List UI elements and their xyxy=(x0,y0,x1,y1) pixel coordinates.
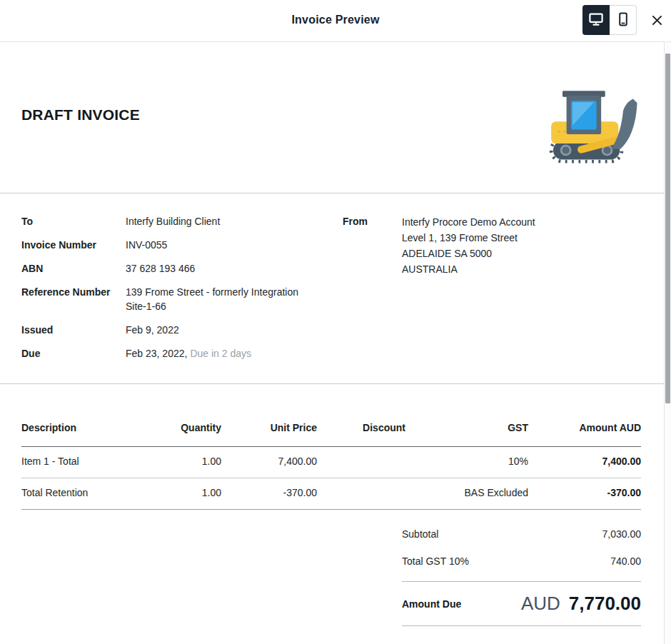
cell-discount xyxy=(317,447,405,478)
cell-amount: -370.00 xyxy=(528,478,641,510)
smartphone-icon xyxy=(618,12,628,29)
cell-unit-price: -370.00 xyxy=(221,478,317,510)
total-gst-label: Total GST 10% xyxy=(402,554,469,568)
desktop-view-button[interactable] xyxy=(582,5,610,35)
detail-row-invoice-number: Invoice Number INV-0055 xyxy=(21,238,328,252)
total-gst-value: 740.00 xyxy=(610,554,641,568)
column-header-amount: Amount AUD xyxy=(528,384,641,447)
view-mode-toggle xyxy=(582,5,637,35)
detail-label: To xyxy=(21,214,126,228)
scrollbar-thumb[interactable] xyxy=(665,54,670,403)
cell-unit-price: 7,400.00 xyxy=(221,447,317,478)
invoice-parties-section: To Interfy Building Client Invoice Numbe… xyxy=(0,193,671,384)
invoice-heading-section: DRAFT INVOICE xyxy=(0,42,671,193)
from-address-line: ADELAIDE SA 5000 xyxy=(402,246,535,261)
detail-label: ABN xyxy=(21,261,126,276)
cell-description: Item 1 - Total xyxy=(21,447,164,478)
totals-block: Subtotal 7,030.00 Total GST 10% 740.00 A… xyxy=(402,527,641,626)
detail-row-to: To Interfy Building Client xyxy=(21,214,328,228)
subtotal-value: 7,030.00 xyxy=(602,527,642,541)
modal-title: Invoice Preview xyxy=(0,14,671,26)
table-header-row: Description Quantity Unit Price Discount… xyxy=(21,384,641,447)
detail-row-abn: ABN 37 628 193 466 xyxy=(21,261,328,276)
cell-amount: 7,400.00 xyxy=(528,447,641,478)
detail-value: INV-0055 xyxy=(126,238,304,252)
amount-due-value: AUD7,770.00 xyxy=(521,593,641,615)
table-row: Total Retention 1.00 -370.00 BAS Exclude… xyxy=(21,478,641,510)
detail-value: Feb 23, 2022,Due in 2 days xyxy=(126,346,304,361)
due-date: Feb 23, 2022, xyxy=(126,348,187,359)
detail-row-issued: Issued Feb 9, 2022 xyxy=(21,323,328,337)
modal-header: Invoice Preview xyxy=(0,0,671,42)
monitor-icon xyxy=(589,13,603,28)
close-button[interactable] xyxy=(648,14,665,29)
total-gst-row: Total GST 10% 740.00 xyxy=(402,554,641,568)
detail-row-reference-number: Reference Number 139 Frome Street - form… xyxy=(21,285,328,313)
invoice-details: To Interfy Building Client Invoice Numbe… xyxy=(21,214,328,370)
column-header-unit-price: Unit Price xyxy=(221,384,317,447)
amount-due-label: Amount Due xyxy=(402,598,461,610)
currency-code: AUD xyxy=(521,593,560,614)
invoice-items-section: Description Quantity Unit Price Discount… xyxy=(21,384,641,644)
cell-discount xyxy=(317,478,405,510)
detail-value: Feb 9, 2022 xyxy=(126,323,304,337)
scrollbar-track[interactable] xyxy=(664,42,671,644)
bulldozer-icon xyxy=(543,156,642,167)
detail-label: Invoice Number xyxy=(21,238,126,252)
column-header-quantity: Quantity xyxy=(164,384,221,447)
detail-row-due: Due Feb 23, 2022,Due in 2 days xyxy=(21,346,328,361)
from-address-line: Level 1, 139 Frome Street xyxy=(402,230,535,246)
amount-due-row: Amount Due AUD7,770.00 xyxy=(402,581,641,626)
from-address-line: Interfy Procore Demo Account xyxy=(402,214,535,230)
close-icon xyxy=(651,14,663,29)
table-row: Item 1 - Total 1.00 7,400.00 10% 7,400.0… xyxy=(21,447,641,478)
subtotal-row: Subtotal 7,030.00 xyxy=(402,527,641,541)
due-note: Due in 2 days xyxy=(190,348,251,359)
mobile-view-button[interactable] xyxy=(610,5,637,35)
detail-label: Issued xyxy=(21,323,126,337)
column-header-description: Description xyxy=(21,384,164,447)
from-label: From xyxy=(343,214,402,277)
cell-quantity: 1.00 xyxy=(164,478,221,510)
detail-value: Interfy Building Client xyxy=(126,214,304,228)
subtotal-label: Subtotal xyxy=(402,527,438,541)
cell-quantity: 1.00 xyxy=(164,447,221,478)
cell-gst: BAS Excluded xyxy=(405,478,528,510)
cell-description: Total Retention xyxy=(21,478,164,510)
invoice-preview-modal: Invoice Preview xyxy=(0,0,671,644)
detail-value: 37 628 193 466 xyxy=(126,261,304,276)
invoice-from: From Interfy Procore Demo Account Level … xyxy=(343,214,535,277)
from-address-line: AUSTRALIA xyxy=(402,261,535,277)
line-items-table: Description Quantity Unit Price Discount… xyxy=(21,384,641,510)
from-address: Interfy Procore Demo Account Level 1, 13… xyxy=(402,214,535,277)
detail-value: 139 Frome Street - formerly Integration … xyxy=(126,285,304,313)
detail-label: Due xyxy=(21,346,126,361)
detail-label: Reference Number xyxy=(21,285,126,313)
invoice-title: DRAFT INVOICE xyxy=(21,106,140,124)
cell-gst: 10% xyxy=(405,447,528,478)
company-logo xyxy=(543,84,642,165)
column-header-gst: GST xyxy=(405,384,528,447)
amount-due-number: 7,770.00 xyxy=(569,593,641,614)
column-header-discount: Discount xyxy=(317,384,405,447)
